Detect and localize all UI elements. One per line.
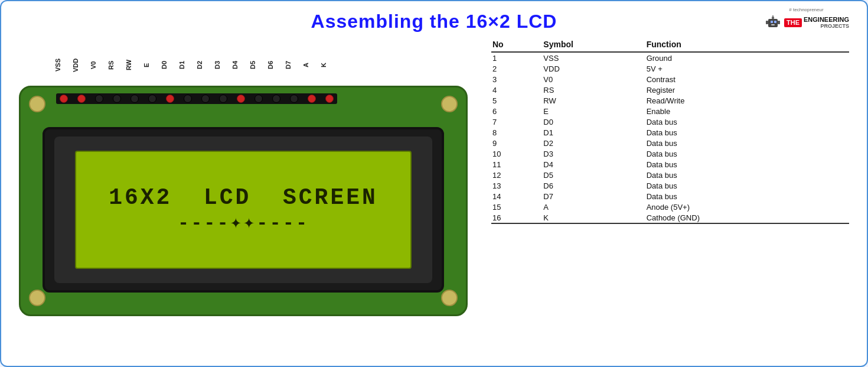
- cell-function: Data bus: [645, 116, 849, 127]
- cell-symbol: D5: [542, 170, 645, 180]
- the-label: THE: [784, 18, 802, 27]
- cell-no: 7: [491, 116, 542, 127]
- svg-rect-5: [772, 15, 774, 17]
- cell-symbol: A: [542, 202, 645, 212]
- cell-symbol: VDD: [542, 63, 645, 74]
- cell-function: Enable: [645, 106, 849, 116]
- cell-no: 5: [491, 95, 542, 106]
- cell-no: 1: [491, 52, 542, 63]
- table-row: 6EEnable: [491, 106, 849, 116]
- main-container: Assembling the 16×2 LCD # technopreneur …: [0, 0, 868, 367]
- cell-no: 13: [491, 180, 542, 191]
- cell-no: 9: [491, 138, 542, 148]
- cell-function: Data bus: [645, 127, 849, 138]
- header: Assembling the 16×2 LCD # technopreneur …: [13, 7, 855, 38]
- page-title: Assembling the 16×2 LCD: [13, 11, 855, 33]
- cell-function: Anode (5V+): [645, 202, 849, 212]
- pin-label-D3: D3: [214, 44, 231, 86]
- logo-the-engineering: THE: [784, 18, 802, 27]
- cell-symbol: D6: [542, 180, 645, 191]
- screw-bl: [29, 290, 45, 306]
- pin-dot-D4: [237, 95, 245, 103]
- content-row: VSSVDDV0RSRWED0D1D2D3D4D5D6D7AK: [13, 38, 855, 360]
- cell-function: Register: [645, 85, 849, 95]
- cell-function: Cathode (GND): [645, 212, 849, 223]
- table-row: 8D1Data bus: [491, 127, 849, 138]
- logo-text-block: ENGINEERING PROJECTS: [804, 17, 849, 29]
- pin-label-D1: D1: [178, 44, 196, 86]
- pin-label-VSS: VSS: [54, 44, 72, 86]
- cell-no: 16: [491, 212, 542, 223]
- lcd-bezel: 16X2 LCD SCREEN ----✦✦----: [54, 137, 432, 283]
- pin-dot-D3: [219, 95, 227, 103]
- svg-rect-2: [774, 21, 776, 23]
- col-header-symbol: Symbol: [542, 38, 645, 52]
- cell-function: Contrast: [645, 74, 849, 85]
- cell-function: Data bus: [645, 170, 849, 180]
- pin-label-K: K: [320, 44, 338, 86]
- robot-icon: [763, 13, 782, 32]
- lcd-screen: 16X2 LCD SCREEN ----✦✦----: [75, 151, 412, 269]
- pcb-board: 16X2 LCD SCREEN ----✦✦----: [19, 86, 468, 316]
- lcd-module: VSSVDDV0RSRWED0D1D2D3D4D5D6D7AK: [13, 38, 474, 360]
- pin-dot-RS: [113, 95, 121, 103]
- table-row: 9D2Data bus: [491, 138, 849, 148]
- col-header-no: No: [491, 38, 542, 52]
- pin-table: No Symbol Function 1VSSGround2VDD5V +3V0…: [485, 38, 855, 360]
- pin-label-D5: D5: [249, 44, 267, 86]
- lcd-outer: 16X2 LCD SCREEN ----✦✦----: [43, 127, 444, 293]
- cell-no: 11: [491, 159, 542, 170]
- table-row: 10D3Data bus: [491, 148, 849, 159]
- col-header-function: Function: [645, 38, 849, 52]
- table-row: 15AAnode (5V+): [491, 202, 849, 212]
- pin-dot-D6: [272, 95, 280, 103]
- screw-tl: [29, 96, 45, 112]
- table-row: 11D4Data bus: [491, 159, 849, 170]
- table-row: 12D5Data bus: [491, 170, 849, 180]
- pin-dot-E: [148, 95, 156, 103]
- cell-no: 8: [491, 127, 542, 138]
- svg-rect-7: [778, 21, 780, 24]
- pin-dot-VSS: [60, 95, 68, 103]
- pin-header-bar: [56, 93, 430, 104]
- lcd-display-row1: 16X2 LCD SCREEN: [109, 187, 378, 209]
- pin-label-V0: V0: [90, 44, 107, 86]
- pin-dot-D0: [166, 95, 174, 103]
- cell-symbol: D0: [542, 116, 645, 127]
- pin-dot-V0: [95, 95, 103, 103]
- cell-function: Data bus: [645, 191, 849, 202]
- table-row: 14D7Data bus: [491, 191, 849, 202]
- cell-symbol: V0: [542, 74, 645, 85]
- pin-dot-VDD: [77, 95, 86, 103]
- cell-no: 15: [491, 202, 542, 212]
- pin-label-D2: D2: [196, 44, 214, 86]
- pin-dot-D1: [184, 95, 192, 103]
- pin-dot-A: [308, 95, 316, 103]
- projects-label: PROJECTS: [804, 23, 849, 29]
- svg-rect-1: [771, 21, 773, 23]
- cell-no: 3: [491, 74, 542, 85]
- cell-symbol: D2: [542, 138, 645, 148]
- cell-symbol: D1: [542, 127, 645, 138]
- pin-label-D6: D6: [267, 44, 285, 86]
- cell-no: 12: [491, 170, 542, 180]
- cell-symbol: D7: [542, 191, 645, 202]
- lcd-display-row2: ----✦✦----: [178, 214, 309, 233]
- svg-rect-6: [766, 21, 768, 24]
- pin-label-E: E: [143, 44, 161, 86]
- pin-dot-RW: [130, 95, 139, 103]
- cell-function: Ground: [645, 52, 849, 63]
- table-row: 2VDD5V +: [491, 63, 849, 74]
- logo-area: # technopreneur THE ENGINEERING: [763, 7, 849, 32]
- table-row: 3V0Contrast: [491, 74, 849, 85]
- cell-symbol: RW: [542, 95, 645, 106]
- table-row: 1VSSGround: [491, 52, 849, 63]
- pin-label-D0: D0: [161, 44, 178, 86]
- cell-function: Data bus: [645, 159, 849, 170]
- cell-no: 4: [491, 85, 542, 95]
- cell-function: Data bus: [645, 138, 849, 148]
- pin-dot-D7: [290, 95, 298, 103]
- cell-no: 10: [491, 148, 542, 159]
- pin-reference-table: No Symbol Function 1VSSGround2VDD5V +3V0…: [491, 38, 849, 224]
- screw-br: [441, 290, 458, 306]
